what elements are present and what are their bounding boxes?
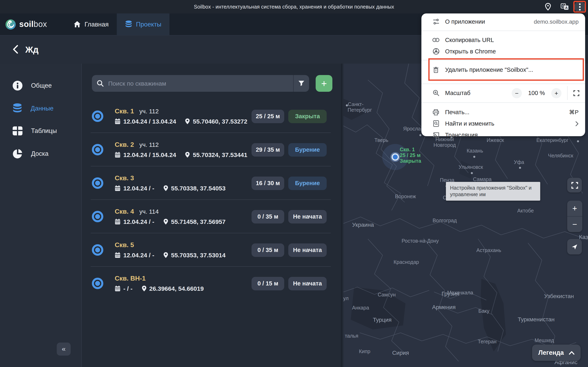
map-city-dot xyxy=(519,167,521,169)
menu-item-copy-url[interactable]: Скопировать URL xyxy=(421,34,585,46)
sidebar-item-board[interactable]: Доска xyxy=(0,144,81,163)
database-icon xyxy=(125,20,132,28)
calendar-icon xyxy=(115,218,121,225)
search-input[interactable] xyxy=(108,80,293,87)
well-site: уч. 112 xyxy=(139,141,159,148)
map-zoom-in-button[interactable]: + xyxy=(567,201,582,217)
location-pin-icon[interactable] xyxy=(543,0,553,13)
sidebar-item-general[interactable]: Общее xyxy=(0,76,81,95)
translate-icon[interactable]: G A xyxy=(559,0,570,13)
well-name: Скв. 4 xyxy=(115,208,134,215)
map-label-Анкара: Анкара xyxy=(352,305,369,311)
sidebar-item-tables[interactable]: Таблицы xyxy=(0,122,81,140)
map-label-ул: ул xyxy=(343,296,348,301)
map-label-Краснодар: Краснодар xyxy=(394,259,419,265)
well-name: Скв. 1 xyxy=(115,108,134,115)
map-city-dot xyxy=(471,172,473,174)
location-pin-icon xyxy=(141,285,146,292)
well-status-badge: Не начата xyxy=(288,243,327,257)
map-city-dot xyxy=(346,104,348,106)
location-pin-icon xyxy=(185,118,190,124)
zoom-magnifier-icon xyxy=(432,90,439,96)
well-row-Скв. 3[interactable]: Скв. 312.04.24 / -55.70338, 37.5405316 /… xyxy=(92,166,327,200)
well-row-Скв. ВН-1[interactable]: Скв. ВН-1- / -26.39664, 54.660190 / 15 м… xyxy=(92,267,327,300)
map-locate-button[interactable] xyxy=(567,239,582,254)
fullscreen-icon xyxy=(573,90,579,96)
location-pin-icon xyxy=(163,252,168,258)
printer-icon xyxy=(432,109,439,115)
map-label-Челябинск: Челябинск xyxy=(548,153,573,159)
annotation-box-kebab xyxy=(573,1,586,13)
add-well-button[interactable]: + xyxy=(316,75,332,92)
map-city-dot xyxy=(419,134,421,136)
map-marker-well1[interactable] xyxy=(392,153,399,161)
tune-icon xyxy=(432,18,439,25)
map-label-Самара: Самара xyxy=(473,176,492,182)
well-row-Скв. 2[interactable]: Скв. 2уч. 11212.04.24 / 15.04.2455.70324… xyxy=(92,133,327,166)
well-marker-icon xyxy=(92,278,103,289)
well-site: уч. 114 xyxy=(139,208,159,215)
well-row-Скв. 5[interactable]: Скв. 512.04.24 / -55.70353, 37.530140 / … xyxy=(92,233,327,267)
menu-item-open-in-chrome[interactable]: Открыть в Chrome xyxy=(421,46,585,57)
map-label-Волгоград: Волгоград xyxy=(433,218,457,224)
back-button[interactable] xyxy=(10,44,21,55)
map-label-Санкт-: Санкт- xyxy=(348,101,363,107)
annotation-box-uninstall xyxy=(428,58,584,81)
funnel-icon xyxy=(298,80,305,86)
well-meters-badge: 0 / 35 м xyxy=(251,210,284,223)
map-label-Ульяновск: Ульяновск xyxy=(458,164,483,170)
nav-home[interactable]: Главная xyxy=(65,13,117,35)
well-status-badge: Бурение xyxy=(288,143,327,156)
sidebar-collapse-button[interactable]: « xyxy=(57,342,71,356)
map-label-Воронеж: Воронеж xyxy=(395,194,416,200)
zoom-in-button[interactable]: + xyxy=(551,88,562,98)
menu-item-find-and-edit[interactable]: Найти и изменить xyxy=(421,118,585,129)
map-legend-button[interactable]: Легенда xyxy=(532,345,581,361)
map-label-Каза: Каза xyxy=(579,234,588,240)
well-meters-badge: 16 / 30 м xyxy=(251,176,284,190)
well-row-Скв. 4[interactable]: Скв. 4уч. 11412.04.24 / -55.71458, 37.56… xyxy=(92,200,327,233)
map-label-Грузия: Грузия xyxy=(442,290,459,297)
info-icon xyxy=(12,80,23,91)
calendar-icon xyxy=(115,285,121,292)
nav-projects[interactable]: Проекты xyxy=(117,13,169,35)
fullscreen-icon xyxy=(571,182,578,189)
well-row-Скв. 1[interactable]: Скв. 1уч. 11212.04.24 / 13.04.2455.70460… xyxy=(92,100,327,133)
zoom-divider xyxy=(567,86,568,100)
well-status-badge: Закрыта xyxy=(288,109,327,123)
chevron-left-icon xyxy=(13,45,18,54)
well-marker-icon xyxy=(92,110,103,122)
location-pin-icon xyxy=(163,218,168,225)
map-marker-label: Скв. 1 25 / 25 м Закрыта xyxy=(400,147,421,164)
location-pin-icon xyxy=(185,152,190,158)
zoom-out-button[interactable]: − xyxy=(512,88,522,98)
navigation-arrow-icon xyxy=(571,243,578,250)
soilbox-logo-icon xyxy=(5,19,16,30)
well-coords: 55.70460, 37.53272 xyxy=(193,118,247,125)
well-name: Скв. 2 xyxy=(115,141,134,149)
map-zoom-out-button[interactable]: − xyxy=(567,217,582,232)
menu-item-print[interactable]: Печать... ⌘P xyxy=(421,106,585,118)
well-coords: 55.70353, 37.53014 xyxy=(171,252,226,259)
map-label-Украина: Украина xyxy=(352,221,374,228)
table-icon xyxy=(12,126,23,136)
map-fullscreen-button[interactable] xyxy=(567,178,582,192)
menu-divider xyxy=(421,31,585,31)
well-name: Скв. 5 xyxy=(115,242,134,249)
filter-button[interactable] xyxy=(293,75,309,92)
menu-item-about-app[interactable]: О приложении demo.soilbox.app xyxy=(421,16,585,27)
map-label-талья: талья xyxy=(345,333,358,339)
sidebar-item-data[interactable]: Данные xyxy=(0,99,81,118)
map-label-Тверь: Тверь xyxy=(374,137,388,143)
well-dates: 12.04.24 / 13.04.24 xyxy=(123,118,176,125)
database-icon xyxy=(12,103,22,114)
map-zoom-control: + − xyxy=(567,201,582,232)
menu-item-cast[interactable]: Трансляция... xyxy=(421,129,585,141)
map-label-Ростов-на-Дону: Ростов-на-Дону xyxy=(402,238,439,244)
browser-fullscreen-button[interactable] xyxy=(573,90,579,96)
map-label-Астрахань: Астрахань xyxy=(476,248,501,253)
map-label-Узбекистан: Узбекистан xyxy=(544,293,574,299)
app-window: Soilbox - интеллектуальная система сбора… xyxy=(0,0,588,367)
map-label-Уфа: Уфа xyxy=(514,159,524,165)
submenu-chevron-icon xyxy=(575,121,579,126)
